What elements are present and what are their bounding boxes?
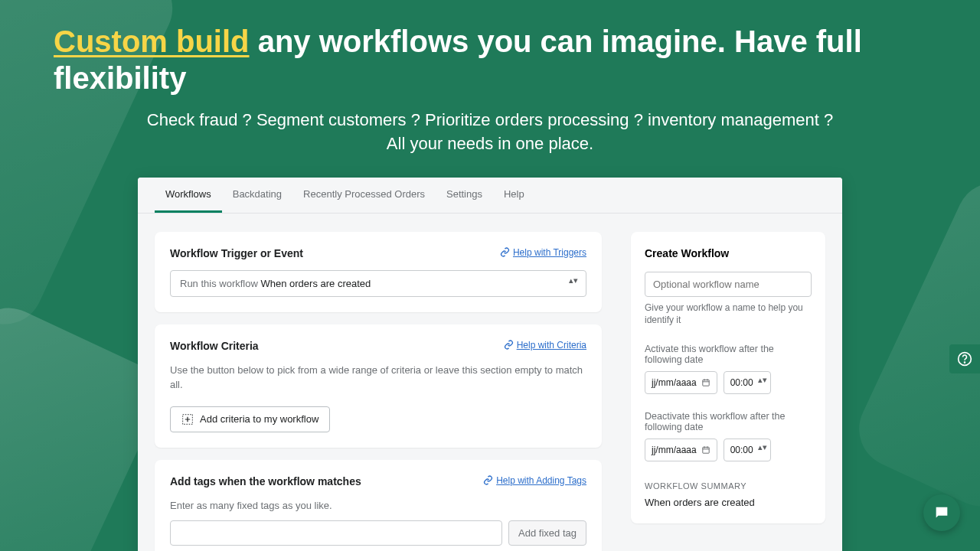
main-content: Workflow Trigger or Event Help with Trig…: [138, 214, 842, 551]
add-grid-icon: [181, 413, 194, 425]
summary-text: When orders are created: [645, 497, 812, 508]
trigger-card: Workflow Trigger or Event Help with Trig…: [155, 232, 602, 312]
link-icon: [504, 340, 514, 350]
tab-bar: Workflows Backdating Recently Processed …: [138, 178, 842, 214]
tags-desc: Enter as many fixed tags as you like.: [170, 498, 586, 514]
summary-label: WORKFLOW SUMMARY: [645, 481, 812, 491]
right-column: Create Workflow Give your workflow a nam…: [631, 232, 825, 551]
svg-rect-4: [702, 448, 708, 454]
calendar-icon: [701, 378, 710, 387]
chat-icon: [933, 504, 950, 521]
trigger-title: Workflow Trigger or Event: [170, 247, 303, 259]
tags-title: Add tags when the workflow matches: [170, 475, 361, 487]
deactivate-time-input[interactable]: 00:00 ▴▾: [724, 439, 771, 461]
create-workflow-card: Create Workflow Give your workflow a nam…: [631, 232, 825, 524]
criteria-title: Workflow Criteria: [170, 340, 259, 352]
svg-rect-5: [704, 446, 704, 448]
help-fab[interactable]: [949, 344, 980, 373]
tab-workflows[interactable]: Workflows: [155, 178, 222, 213]
criteria-card: Workflow Criteria Help with Criteria Use…: [155, 324, 602, 448]
workflow-name-hint: Give your workflow a name to help you id…: [645, 302, 812, 328]
deactivate-label: Deactivate this workflow after the follo…: [645, 411, 812, 432]
link-icon: [483, 475, 493, 485]
deactivate-date-input[interactable]: jj/mm/aaaa: [645, 439, 717, 461]
tab-settings[interactable]: Settings: [436, 178, 493, 213]
tags-card: Add tags when the workflow matches Help …: [155, 460, 602, 551]
activate-time-input[interactable]: 00:00 ▴▾: [724, 371, 771, 394]
chevron-sort-icon: ▴▾: [758, 377, 766, 388]
tab-recent-orders[interactable]: Recently Processed Orders: [292, 178, 436, 213]
add-tag-button[interactable]: Add fixed tag: [508, 520, 586, 546]
activate-label: Activate this workflow after the followi…: [645, 344, 812, 365]
link-icon: [500, 247, 510, 257]
tab-help[interactable]: Help: [493, 178, 535, 213]
trigger-select[interactable]: Run this workflow When orders are create…: [170, 270, 586, 297]
tab-backdating[interactable]: Backdating: [222, 178, 292, 213]
left-column: Workflow Trigger or Event Help with Trig…: [155, 232, 602, 551]
app-window: Workflows Backdating Recently Processed …: [138, 178, 842, 551]
svg-rect-6: [707, 446, 707, 448]
svg-rect-3: [707, 379, 707, 380]
activate-date-input[interactable]: jj/mm/aaaa: [645, 371, 717, 394]
trigger-help-link[interactable]: Help with Triggers: [500, 247, 586, 258]
question-icon: [957, 351, 972, 367]
chevron-sort-icon: ▴▾: [758, 445, 766, 455]
hero-section: Custom build any workflows you can imagi…: [0, 0, 980, 164]
create-title: Create Workflow: [645, 247, 812, 259]
criteria-help-link[interactable]: Help with Criteria: [504, 340, 586, 350]
svg-rect-1: [702, 380, 708, 386]
tag-input[interactable]: [170, 520, 502, 546]
workflow-name-input[interactable]: [645, 272, 812, 297]
calendar-icon: [701, 445, 710, 455]
chat-fab[interactable]: [923, 494, 960, 531]
add-criteria-button[interactable]: Add criteria to my workflow: [170, 406, 330, 432]
svg-point-8: [965, 362, 965, 363]
svg-rect-2: [704, 379, 704, 380]
criteria-desc: Use the button below to pick from a wide…: [170, 363, 586, 393]
hero-title: Custom build any workflows you can imagi…: [54, 23, 926, 96]
hero-accent: Custom build: [54, 24, 250, 58]
chevron-sort-icon: ▴▾: [569, 278, 577, 289]
tags-help-link[interactable]: Help with Adding Tags: [483, 475, 586, 486]
hero-subtitle: Check fraud ? Segment customers ? Priori…: [54, 109, 926, 156]
